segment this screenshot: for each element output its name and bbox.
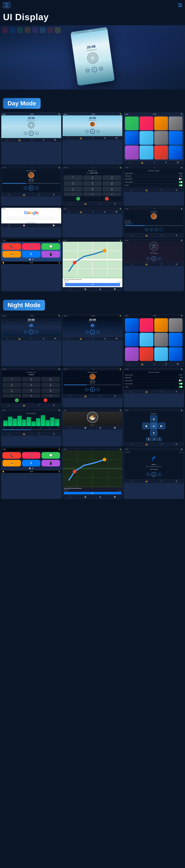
- app-p[interactable]: [125, 146, 139, 159]
- play-np[interactable]: ▶: [151, 256, 156, 261]
- prev-btn[interactable]: ⏮: [85, 68, 90, 73]
- night-key-4[interactable]: 4GHI: [2, 382, 21, 388]
- night-app-4[interactable]: [169, 318, 183, 332]
- ios-music[interactable]: 🎵: [22, 243, 41, 250]
- next-2[interactable]: ⏭: [97, 130, 100, 133]
- prev-n1[interactable]: ⏮: [24, 330, 27, 334]
- night-app-2[interactable]: [139, 318, 153, 332]
- key-7[interactable]: 7PQRS: [64, 187, 82, 191]
- night-auto-connect-toggle[interactable]: [179, 383, 183, 384]
- next-sm[interactable]: ⏭: [155, 228, 158, 231]
- key-star[interactable]: *: [64, 192, 82, 196]
- night-ios-msg[interactable]: 💬: [42, 452, 60, 459]
- night-app-9[interactable]: [125, 347, 139, 361]
- nav-icon[interactable]: [178, 4, 182, 7]
- key-4[interactable]: 4GHI: [64, 181, 82, 186]
- night-end-btn[interactable]: 📵: [44, 398, 47, 402]
- ios-radio[interactable]: 📻: [2, 251, 21, 257]
- night-app-8[interactable]: [169, 333, 183, 346]
- app-settings[interactable]: [169, 117, 183, 130]
- nav-right[interactable]: ▶: [158, 423, 165, 429]
- play-n2[interactable]: ⏸: [90, 330, 95, 335]
- key-3[interactable]: 3DEF: [103, 175, 121, 180]
- night-app-11[interactable]: [154, 347, 168, 361]
- nav-home[interactable]: 🏠: [146, 437, 151, 441]
- night-call-btn[interactable]: 📞: [15, 398, 19, 402]
- prev-2[interactable]: ⏮: [85, 130, 88, 133]
- turn-next[interactable]: ⏭: [158, 473, 161, 476]
- ios-msg[interactable]: 💬: [42, 243, 60, 250]
- nav-up[interactable]: ▲: [150, 415, 157, 422]
- app-telegram[interactable]: [125, 131, 139, 145]
- app-photos[interactable]: [154, 117, 168, 130]
- ios-app[interactable]: 📱: [42, 251, 60, 257]
- night-ios-phone[interactable]: 📞: [2, 452, 21, 459]
- night-key-2[interactable]: 2ABC: [22, 377, 41, 382]
- prev-sm[interactable]: ⏮: [145, 228, 148, 231]
- night-app-1[interactable]: [125, 318, 139, 332]
- night-key-star[interactable]: *: [2, 394, 21, 398]
- app-t[interactable]: [139, 146, 153, 159]
- night-app-3[interactable]: [154, 318, 168, 332]
- play-1[interactable]: ⏸: [29, 131, 34, 136]
- night-key-hash[interactable]: #: [41, 394, 60, 398]
- night-key-0[interactable]: 0: [22, 394, 41, 398]
- night-app-5[interactable]: [125, 333, 139, 346]
- key-6[interactable]: 6MNO: [103, 181, 121, 186]
- call-btn[interactable]: 📞: [76, 197, 80, 200]
- night-key-5[interactable]: 5JKL: [22, 382, 41, 388]
- auto-answer-toggle[interactable]: [179, 178, 183, 180]
- power-toggle[interactable]: [179, 184, 183, 186]
- next-1[interactable]: ⏭: [35, 132, 38, 135]
- end-call-btn[interactable]: 📵: [105, 197, 109, 200]
- play-n1[interactable]: ⏸: [29, 330, 34, 335]
- google-search-bar[interactable]: [7, 217, 55, 220]
- night-key-8[interactable]: 8TUV: [22, 388, 41, 393]
- night-auto-answer-toggle[interactable]: [179, 379, 183, 381]
- play-2[interactable]: ⏸: [90, 129, 95, 134]
- night-app-10[interactable]: [139, 347, 153, 361]
- night-go-btn[interactable]: GO: [64, 492, 122, 494]
- night-ios-music[interactable]: 🎵: [22, 452, 41, 459]
- night-key-3[interactable]: 3DEF: [41, 377, 60, 382]
- key-1[interactable]: 1: [64, 175, 82, 180]
- key-2[interactable]: 2ABC: [83, 175, 102, 180]
- night-power-toggle[interactable]: [179, 386, 183, 388]
- nav-left[interactable]: ◀: [142, 423, 150, 429]
- play-bt[interactable]: ▶: [29, 186, 34, 190]
- app-b[interactable]: [169, 146, 183, 159]
- more-sm[interactable]: ⋯: [160, 228, 163, 231]
- night-ios-podcast[interactable]: 🎙: [22, 460, 41, 466]
- night-key-9[interactable]: 9WXYZ: [41, 388, 60, 393]
- nav-down[interactable]: ▼: [150, 430, 157, 436]
- go-btn[interactable]: GO: [65, 283, 120, 286]
- app-r[interactable]: [154, 146, 168, 159]
- prev-bt[interactable]: ⏮: [24, 186, 27, 190]
- key-8[interactable]: 8TUV: [83, 187, 102, 191]
- next-nbt[interactable]: ⏭: [97, 388, 100, 391]
- menu-icon[interactable]: [3, 2, 10, 8]
- ios-podcast[interactable]: 🎙: [22, 251, 41, 257]
- night-app-12[interactable]: [169, 347, 183, 361]
- play-sm[interactable]: ▶: [150, 228, 153, 231]
- key-0[interactable]: 0: [83, 192, 102, 196]
- app-bt[interactable]: [154, 131, 168, 145]
- night-key-7[interactable]: 7PQRS: [2, 388, 21, 393]
- play-nbt[interactable]: ▶: [90, 387, 95, 392]
- night-key-6[interactable]: 6MNO: [41, 382, 60, 388]
- night-ios-app[interactable]: 📱: [42, 460, 60, 466]
- play-btn[interactable]: ⏸: [91, 67, 98, 72]
- key-hash[interactable]: #: [103, 192, 121, 196]
- nav-center[interactable]: ●: [150, 423, 157, 429]
- nav-menu[interactable]: ☰: [157, 437, 162, 441]
- app-car[interactable]: [139, 131, 153, 145]
- nav-back[interactable]: ◀: [152, 437, 156, 441]
- prev-1[interactable]: ⏮: [24, 132, 27, 135]
- next-btn[interactable]: ⏭: [99, 67, 103, 71]
- next-n2[interactable]: ⏭: [97, 330, 100, 334]
- prev-np[interactable]: ⏮: [147, 257, 150, 260]
- app-music[interactable]: [139, 117, 153, 130]
- key-9[interactable]: 9WXYZ: [103, 187, 121, 191]
- prev-n2[interactable]: ⏮: [85, 330, 88, 334]
- auto-connect-toggle[interactable]: [179, 181, 183, 183]
